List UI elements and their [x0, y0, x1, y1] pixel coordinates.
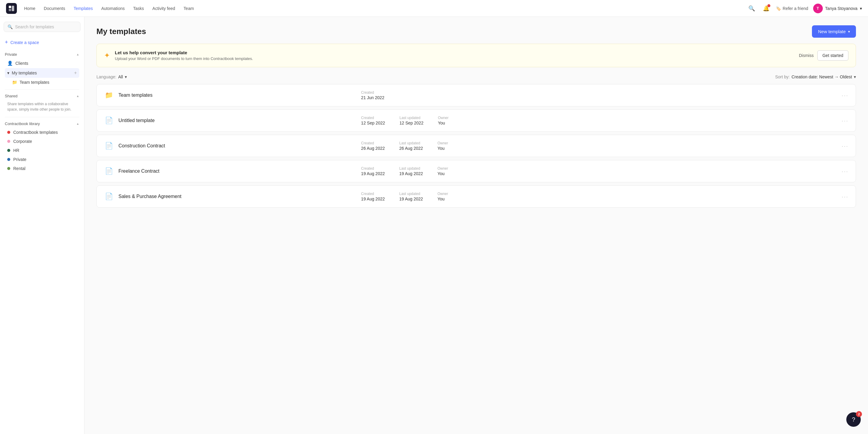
promo-actions: Dismiss Get started: [799, 50, 848, 61]
owner-meta: Owner You: [437, 166, 448, 176]
sidebar-item-team-templates[interactable]: 📁 Team templates: [5, 78, 79, 87]
nav-right: 🔍 🔔 🏷️ Refer a friend T Tanya Stoyanova …: [747, 4, 862, 13]
library-label: Contractbook library: [5, 121, 40, 126]
more-options-button[interactable]: ···: [841, 193, 848, 200]
create-space-label: Create a space: [10, 40, 39, 45]
private-label: Private: [5, 52, 17, 57]
nav-links: Home Documents Templates Automations Tas…: [24, 6, 747, 11]
search-input[interactable]: 🔍 Search for templates: [4, 22, 81, 32]
document-icon: 📄: [104, 167, 114, 175]
sidebar-item-rental[interactable]: Rental: [5, 164, 79, 173]
question-icon: ?: [852, 416, 855, 423]
add-icon[interactable]: +: [74, 70, 77, 76]
template-card[interactable]: 📄Untitled template Created 12 Sep 2022 L…: [96, 110, 856, 132]
owner-value: You: [437, 171, 448, 176]
nav-tasks[interactable]: Tasks: [133, 6, 144, 11]
nav-automations[interactable]: Automations: [101, 6, 125, 11]
template-name: Sales & Purchase Agreement: [119, 194, 356, 199]
library-section-header[interactable]: Contractbook library ▲: [5, 120, 79, 128]
svg-rect-2: [9, 9, 11, 11]
dot-icon: [7, 167, 10, 170]
more-options-button[interactable]: ···: [841, 168, 848, 175]
chevron-down-icon: ▾: [854, 74, 856, 79]
logo-icon[interactable]: [6, 3, 17, 14]
updated-meta: Last updated 26 Aug 2022: [399, 141, 423, 151]
refer-friend-button[interactable]: 🏷️ Refer a friend: [776, 6, 808, 11]
top-navigation: Home Documents Templates Automations Tas…: [0, 0, 868, 17]
nav-team[interactable]: Team: [184, 6, 194, 11]
my-templates-label: My templates: [12, 70, 37, 75]
owner-meta: Owner You: [438, 116, 448, 125]
library-section: Contractbook library ▲ Contractbook temp…: [0, 120, 84, 173]
template-card[interactable]: 📁Team templates Created 21 Jun 2022 ···: [96, 84, 856, 106]
promo-banner: ✦ Let us help convert your template Uplo…: [96, 44, 856, 67]
private-section-header[interactable]: Private ▲: [5, 50, 79, 59]
template-card[interactable]: 📄Freelance Contract Created 19 Aug 2022 …: [96, 160, 856, 182]
created-value: 12 Sep 2022: [361, 121, 385, 125]
person-icon: 👤: [7, 61, 13, 66]
library-item-label: Contractbook templates: [13, 130, 58, 135]
chevron-down-icon: ▾: [7, 70, 9, 75]
notifications-icon[interactable]: 🔔: [761, 4, 771, 13]
clients-label: Clients: [16, 61, 28, 66]
sidebar-item-private[interactable]: Private: [5, 155, 79, 164]
sort-label: Sort by:: [775, 74, 789, 79]
updated-meta: Last updated 19 Aug 2022: [399, 166, 423, 176]
owner-value: You: [437, 196, 448, 201]
private-section: Private ▲ 👤 Clients ▾ My templates + 📁 T…: [0, 50, 84, 87]
help-button[interactable]: ? 2: [846, 412, 861, 427]
new-template-button[interactable]: New template ▾: [812, 25, 856, 38]
dot-icon: [7, 131, 10, 134]
shared-section-header[interactable]: Shared ▲: [5, 92, 79, 100]
nav-documents[interactable]: Documents: [44, 6, 65, 11]
template-name: Team templates: [119, 93, 356, 98]
updated-value: 26 Aug 2022: [399, 146, 423, 151]
sidebar-item-hr[interactable]: HR: [5, 146, 79, 155]
shared-section: Shared ▲ Share templates within a collab…: [0, 92, 84, 115]
template-card[interactable]: 📄Sales & Purchase Agreement Created 19 A…: [96, 185, 856, 208]
language-filter[interactable]: Language: All ▾: [96, 74, 127, 79]
sidebar-item-clients[interactable]: 👤 Clients: [5, 59, 79, 68]
created-meta: Created 12 Sep 2022: [361, 116, 385, 125]
created-label: Created: [361, 90, 384, 95]
library-item-label: Corporate: [13, 139, 32, 144]
create-space-button[interactable]: + Create a space: [0, 37, 84, 48]
updated-meta: Last updated 12 Sep 2022: [400, 116, 424, 125]
more-options-button[interactable]: ···: [841, 117, 848, 124]
sort-filter[interactable]: Sort by: Creation date: Newest → Oldest …: [775, 74, 856, 79]
main-content: My templates New template ▾ ✦ Let us hel…: [84, 17, 868, 434]
owner-label: Owner: [437, 141, 448, 145]
template-meta: Created 19 Aug 2022 Last updated 19 Aug …: [361, 166, 837, 176]
svg-rect-0: [6, 3, 17, 14]
search-icon[interactable]: 🔍: [747, 4, 756, 13]
created-value: 19 Aug 2022: [361, 196, 385, 201]
sidebar-item-my-templates[interactable]: ▾ My templates +: [5, 68, 79, 78]
owner-value: You: [437, 146, 448, 151]
created-label: Created: [361, 141, 385, 145]
divider: [5, 89, 79, 90]
more-options-button[interactable]: ···: [841, 92, 848, 99]
owner-value: You: [438, 121, 448, 125]
language-label: Language:: [96, 74, 116, 79]
get-started-button[interactable]: Get started: [817, 50, 848, 61]
document-icon: 📄: [104, 142, 114, 150]
created-value: 21 Jun 2022: [361, 95, 384, 100]
dismiss-button[interactable]: Dismiss: [799, 53, 814, 58]
owner-label: Owner: [438, 116, 448, 120]
created-meta: Created 19 Aug 2022: [361, 192, 385, 201]
template-meta: Created 21 Jun 2022: [361, 90, 837, 100]
template-card[interactable]: 📄Construction Contract Created 26 Aug 20…: [96, 135, 856, 157]
sidebar-item-corporate[interactable]: Corporate: [5, 137, 79, 146]
user-menu-button[interactable]: T Tanya Stoyanova ▾: [813, 4, 862, 13]
nav-activity-feed[interactable]: Activity feed: [153, 6, 175, 11]
user-chevron-icon: ▾: [860, 6, 862, 11]
nav-home[interactable]: Home: [24, 6, 35, 11]
dot-icon: [7, 149, 10, 152]
collapse-icon: ▲: [76, 122, 79, 125]
library-item-label: Private: [13, 157, 27, 162]
sidebar-item-contractbook-templates[interactable]: Contractbook templates: [5, 128, 79, 137]
nav-templates[interactable]: Templates: [73, 6, 93, 11]
sparkle-icon: ✦: [104, 51, 110, 60]
more-options-button[interactable]: ···: [841, 143, 848, 150]
created-value: 26 Aug 2022: [361, 146, 385, 151]
